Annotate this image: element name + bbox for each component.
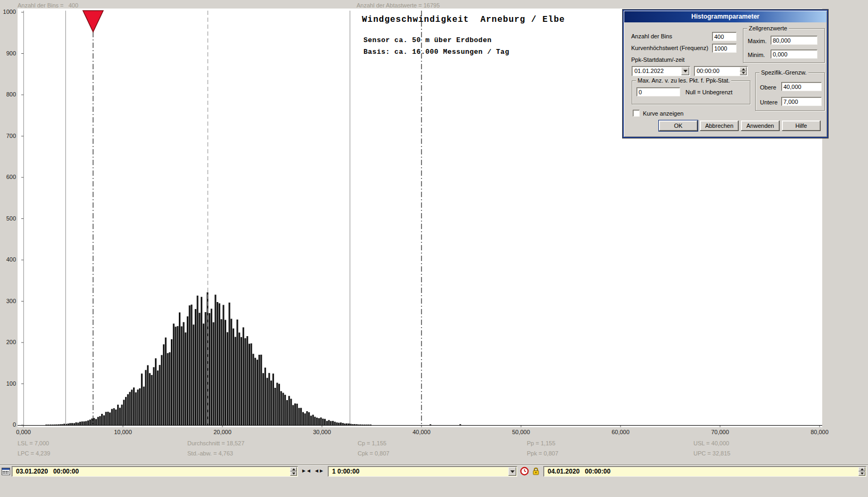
spec-limits-legend: Spezifik.-Grenzw. [759,69,808,76]
spin-up-button[interactable] [858,467,865,471]
x-axis-label: 30,000 [303,429,341,435]
y-axis-label: 300 [1,298,16,304]
obere-label: Obere [760,84,776,91]
samples-info-label: Anzahl der Abtastwerte = 16795 [357,2,440,9]
y-axis-label: 500 [1,215,16,222]
clock-button[interactable] [520,467,529,476]
y-axis-label: 800 [1,91,16,97]
calendar-icon [1,467,11,476]
ppk-start-label: Ppk-Startdatum/-zeit [631,56,684,63]
arrow-up-icon [292,468,295,470]
max-points-legend: Max. Anz. v. zu les. Pkt. f. Ppk-Stat. [636,77,731,84]
start-datetime-field[interactable]: 03.01.2020 00:00:00 [12,466,298,477]
untere-input[interactable] [781,97,822,106]
histogram-parameter-dialog: Histogrammparameter Anzahl der Bins Kurv… [623,10,828,138]
bins-info-label: Anzahl der Bins = 400 [18,2,78,9]
end-datetime-spinner[interactable] [858,467,865,476]
y-axis-label: 900 [1,50,16,56]
histogram-bars [45,292,461,425]
spin-up-button[interactable] [740,67,747,71]
x-axis-label: 60,000 [602,429,639,435]
stat-cpk: Cpk = 0,807 [358,450,390,457]
bottom-toolbar: 03.01.2020 00:00:00 ►◄ ◄► 1 0:00:00 [0,465,868,478]
obere-input[interactable] [781,82,822,91]
y-axis-label: 100 [1,380,16,387]
arrow-down-icon [742,72,745,74]
spin-down-button[interactable] [858,471,865,476]
spin-down-button[interactable] [740,71,747,76]
x-axis-label: 50,000 [502,429,540,435]
ppk-time-spinner[interactable] [740,67,747,75]
calendar-button[interactable] [1,467,11,476]
interval-value: 1 0:00:00 [332,468,359,475]
stat-durchschnitt: Durchschnitt = 18,527 [187,440,244,446]
y-axis-label: 0 [1,421,16,428]
untere-label: Untere [760,99,778,105]
ok-button[interactable]: OK [659,120,698,131]
clock-icon [520,467,529,476]
start-datetime-value: 03.01.2020 00:00:00 [16,468,79,475]
max-points-group: Max. Anz. v. zu les. Pkt. f. Ppk-Stat. N… [632,80,750,104]
maxim-input[interactable] [771,36,817,45]
y-axis-label: 700 [1,133,16,139]
chevron-down-icon [510,470,515,473]
cell-limits-legend: Zellgrenzwerte [747,25,789,31]
x-axis-label: 40,000 [403,429,440,435]
lock-button[interactable] [532,467,540,476]
y-axis-label: 600 [1,174,16,180]
curve-max-label: Kurvenhöchstwert (Frequenz) [631,45,708,51]
bins-count-label: Anzahl der Bins [631,33,672,39]
spin-down-button[interactable] [290,471,297,476]
x-axis-label: 70,000 [701,429,739,435]
chart-subtitle-sensor: Sensor ca. 50 m über Erdboden [363,36,492,44]
max-points-input[interactable] [636,87,680,96]
ppk-date-dropdown-button[interactable] [681,67,689,75]
interval-field[interactable]: 1 0:00:00 [328,466,517,477]
show-curve-checkbox[interactable] [633,110,640,117]
x-axis-label: 20,000 [204,429,241,435]
ppk-date-value: 01.01.2022 [634,68,664,74]
apply-button[interactable]: Anwenden [741,120,780,131]
chart-title: Windgeschwindigkeit Arneburg / Elbe [362,15,565,25]
maxim-label: Maxim. [748,38,766,44]
dialog-titlebar[interactable]: Histogrammparameter [624,11,826,22]
help-button[interactable]: Hilfe [782,120,821,131]
ppk-time-input[interactable]: 00:00:00 [694,66,748,76]
end-datetime-value: 04.01.2020 00:00:00 [548,468,610,475]
collapse-range-button[interactable]: ►◄ [301,468,311,474]
lsl-pointer-icon [83,11,103,32]
y-axis-label: 1000 [1,9,16,15]
dialog-title: Histogrammparameter [691,13,759,20]
cancel-button[interactable]: Abbrechen [700,120,739,131]
x-axis-label: 80,000 [801,429,838,435]
ppk-date-select[interactable]: 01.01.2022 [632,66,690,76]
chevron-down-icon [683,70,688,72]
stat-pp: Pp = 1,155 [527,440,556,446]
stat-ppk: Ppk = 0,807 [527,450,558,457]
arrow-up-icon [742,68,745,70]
cell-limits-group: Zellgrenzwerte Maxim. Minim. [743,28,825,63]
stat-stdabw: Std.-abw. = 4,763 [187,450,233,457]
bins-count-input[interactable] [712,32,737,41]
stat-upc: UPC = 32,815 [693,450,730,457]
show-curve-label: Kurve anzeigen [643,110,683,117]
stat-usl: USL = 40,000 [693,440,729,446]
arrow-down-icon [861,472,864,475]
chart-subtitle-basis: Basis: ca. 16.000 Messungen / Tag [363,48,509,56]
max-points-hint: Null = Unbegrenzt [685,89,732,95]
spec-limits-group: Spezifik.-Grenzw. Obere Untere [755,72,825,111]
y-axis-label: 200 [1,339,16,345]
x-axis-label: 0,000 [5,429,42,435]
minim-input[interactable] [771,50,817,59]
y-axis-label: 400 [1,256,16,263]
stat-lpc: LPC = 4,239 [18,450,50,457]
arrow-up-icon [861,468,864,470]
interval-dropdown-button[interactable] [508,467,516,476]
expand-range-button[interactable]: ◄► [314,468,324,474]
curve-max-input[interactable] [712,44,737,53]
minim-label: Minim. [748,52,765,58]
x-axis-label: 10,000 [104,429,142,435]
end-datetime-field[interactable]: 04.01.2020 00:00:00 [543,466,866,477]
spin-up-button[interactable] [290,467,297,471]
start-datetime-spinner[interactable] [290,467,297,476]
